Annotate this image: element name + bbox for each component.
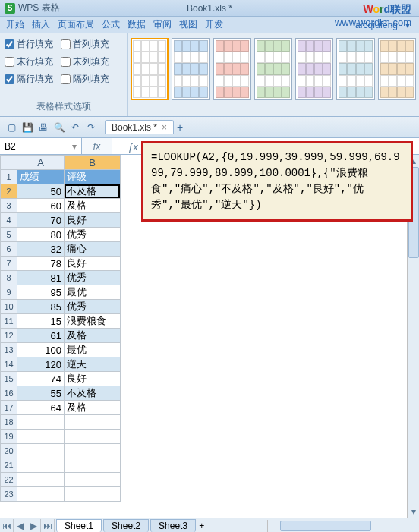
fx-icon[interactable]: fx	[93, 141, 100, 152]
cell[interactable]: 及格	[65, 401, 121, 415]
row-header[interactable]: 23	[1, 487, 17, 502]
cell[interactable]: 80	[17, 228, 65, 242]
cell[interactable]	[65, 430, 121, 444]
cell[interactable]	[17, 473, 65, 487]
cell[interactable]: 最优	[65, 343, 121, 357]
cell[interactable]: 不及格	[65, 386, 121, 401]
save-icon[interactable]: 💾	[20, 121, 34, 134]
checkbox-option[interactable]: 末列填充	[61, 55, 109, 68]
cell[interactable]: 81	[17, 271, 65, 285]
cell[interactable]: 61	[17, 329, 65, 343]
cell[interactable]: 120	[17, 357, 65, 372]
cell[interactable]: 浪费粮食	[65, 314, 121, 329]
cell[interactable]: 15	[17, 314, 65, 329]
table-style-item[interactable]	[295, 38, 333, 100]
preview-icon[interactable]: 🔍	[52, 121, 66, 134]
checkbox[interactable]	[61, 57, 71, 67]
row-header[interactable]: 17	[1, 401, 17, 415]
spreadsheet-grid[interactable]: AB1成绩评级250不及格360及格470良好580优秀632痛心778良好88…	[0, 155, 121, 518]
cell[interactable]	[17, 458, 65, 473]
row-header[interactable]: 5	[1, 228, 17, 242]
table-style-item[interactable]	[254, 38, 292, 100]
checkbox[interactable]	[5, 74, 14, 84]
cell[interactable]	[17, 444, 65, 458]
row-header[interactable]: 2	[1, 184, 17, 199]
cell[interactable]: 64	[17, 401, 65, 415]
row-header[interactable]: 15	[1, 372, 17, 386]
sheet-tab[interactable]: Sheet3	[150, 519, 196, 532]
add-sheet-icon[interactable]: +	[199, 521, 204, 531]
row-header[interactable]: 6	[1, 242, 17, 257]
row-header[interactable]: 20	[1, 444, 17, 458]
cell[interactable]: 60	[17, 199, 65, 213]
cell[interactable]	[65, 444, 121, 458]
row-header[interactable]: 11	[1, 314, 17, 329]
file-tab[interactable]: Book1.xls * ×	[105, 120, 174, 134]
row-header[interactable]: 19	[1, 430, 17, 444]
scroll-thumb[interactable]	[280, 521, 371, 531]
cell[interactable]: 优秀	[65, 271, 121, 285]
row-header[interactable]: 3	[1, 199, 17, 213]
sheet-tab[interactable]: Sheet1	[56, 519, 102, 532]
tab-next-icon[interactable]: ▶	[27, 519, 41, 533]
menu-item[interactable]: 数据	[124, 17, 149, 33]
checkbox-option[interactable]: 隔行填充	[5, 73, 53, 86]
cell[interactable]: 85	[17, 300, 65, 314]
cell[interactable]	[65, 458, 121, 473]
menu-item[interactable]: 插入	[29, 17, 53, 33]
cell[interactable]: 逆天	[65, 357, 121, 372]
cell[interactable]: 及格	[65, 329, 121, 343]
column-header[interactable]: A	[17, 156, 65, 170]
cell[interactable]: 及格	[65, 199, 121, 213]
row-header[interactable]: 8	[1, 271, 17, 285]
row-header[interactable]: 21	[1, 458, 17, 473]
cell[interactable]: 55	[17, 386, 65, 401]
table-style-item[interactable]	[213, 38, 251, 100]
cell[interactable]: 最优	[65, 285, 121, 300]
cell[interactable]: 95	[17, 285, 65, 300]
checkbox[interactable]	[5, 57, 14, 67]
cell[interactable]: 痛心	[65, 242, 121, 257]
cell[interactable]: 78	[17, 257, 65, 271]
tab-first-icon[interactable]: ⏮	[0, 519, 14, 533]
row-header[interactable]: 7	[1, 257, 17, 271]
undo-icon[interactable]: ↶	[68, 121, 82, 134]
menu-item[interactable]: 页面布局	[55, 17, 97, 33]
menu-item[interactable]: 审阅	[150, 17, 175, 33]
row-header[interactable]: 22	[1, 473, 17, 487]
menu-item[interactable]: 视图	[176, 17, 200, 33]
row-header[interactable]: 10	[1, 300, 17, 314]
checkbox-option[interactable]: 首列填充	[61, 38, 109, 51]
menu-item[interactable]: 公式	[99, 17, 123, 33]
cell[interactable]	[17, 487, 65, 502]
print-icon[interactable]: 🖶	[36, 121, 50, 134]
cell[interactable]: 评级	[65, 170, 121, 184]
cell[interactable]	[17, 415, 65, 430]
checkbox[interactable]	[5, 39, 14, 49]
row-header[interactable]: 18	[1, 415, 17, 430]
row-header[interactable]: 14	[1, 357, 17, 372]
cell[interactable]: 优秀	[65, 228, 121, 242]
row-header[interactable]: 1	[1, 170, 17, 184]
row-header[interactable]: 12	[1, 329, 17, 343]
cell[interactable]	[65, 415, 121, 430]
menu-item[interactable]: 开始	[3, 17, 27, 33]
table-style-item[interactable]	[378, 38, 416, 100]
cell[interactable]	[17, 430, 65, 444]
row-header[interactable]: 16	[1, 386, 17, 401]
cell[interactable]: 良好	[65, 213, 121, 228]
cell[interactable]: 100	[17, 343, 65, 357]
tab-last-icon[interactable]: ⏭	[41, 519, 55, 533]
new-icon[interactable]: ▢	[5, 121, 18, 134]
cell[interactable]: 32	[17, 242, 65, 257]
add-tab-icon[interactable]: +	[177, 121, 183, 134]
cell[interactable]: 50	[17, 184, 65, 199]
cell[interactable]: 70	[17, 213, 65, 228]
redo-icon[interactable]: ↷	[84, 121, 98, 134]
cell[interactable]: 74	[17, 372, 65, 386]
tab-prev-icon[interactable]: ◀	[14, 519, 27, 533]
row-header[interactable]: 4	[1, 213, 17, 228]
name-box[interactable]: B2 ▾	[0, 138, 82, 154]
checkbox-option[interactable]: 隔列填充	[61, 73, 109, 86]
cell[interactable]: 良好	[65, 257, 121, 271]
